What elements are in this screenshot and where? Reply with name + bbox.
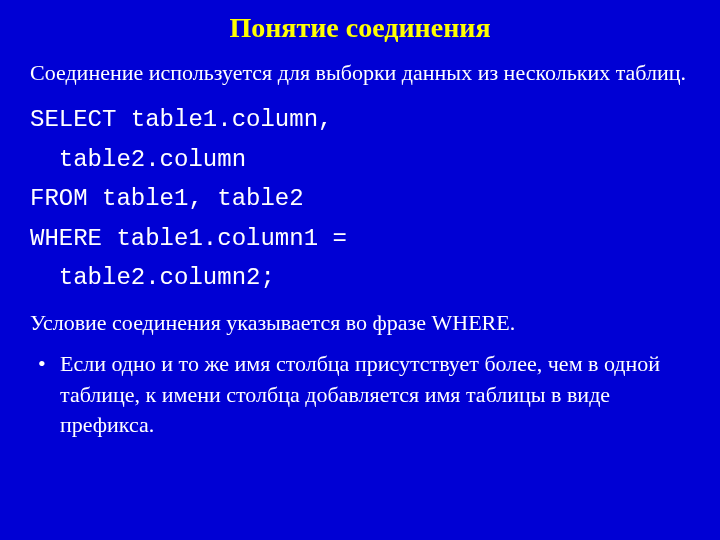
bullet-list: Если одно и то же имя столбца присутству… <box>30 349 690 441</box>
bullet-item: Если одно и то же имя столбца присутству… <box>30 349 690 441</box>
note-paragraph: Условие соединения указывается во фразе … <box>30 308 690 339</box>
intro-paragraph: Соединение используется для выборки данн… <box>30 56 690 90</box>
sql-code-block: SELECT table1.column, table2.column FROM… <box>30 100 690 298</box>
slide-title: Понятие соединения <box>30 12 690 44</box>
